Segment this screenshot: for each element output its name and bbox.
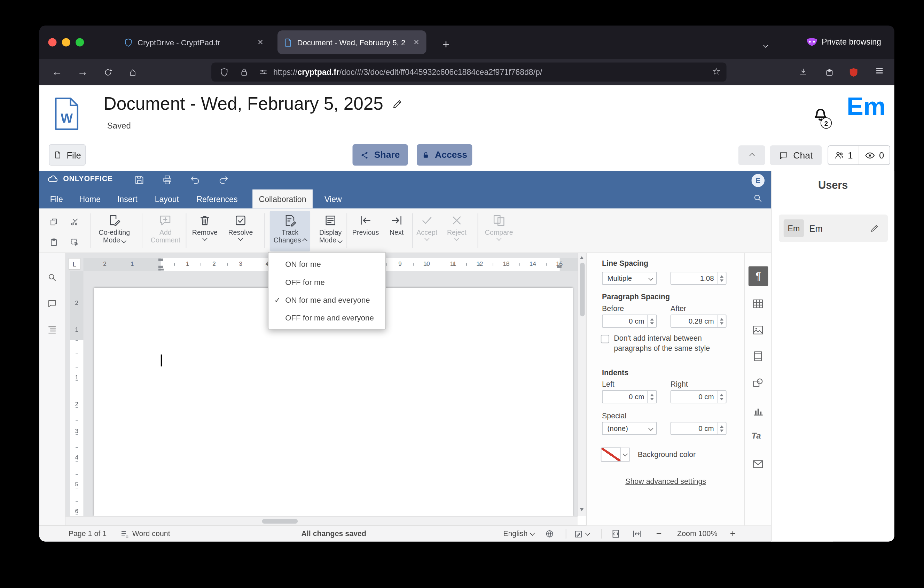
spellcheck-language-button[interactable]	[545, 526, 554, 541]
line-spacing-select[interactable]: Multiple	[602, 272, 657, 285]
zoom-out-button[interactable]: −	[656, 526, 662, 541]
track-menu-item-off-for-me[interactable]: ✓ OFF for me	[269, 273, 385, 291]
add-comment-button[interactable]: Add Comment	[145, 211, 186, 251]
reject-change-button[interactable]: Reject	[443, 211, 470, 251]
track-menu-item-on-for-me[interactable]: ✓ ON for me	[269, 255, 385, 273]
indent-left-spinner[interactable]: 0 cm	[602, 390, 657, 403]
cut-icon[interactable]	[70, 217, 80, 227]
collapse-toolbar-button[interactable]	[738, 145, 765, 165]
home-button[interactable]: ⌂	[124, 63, 142, 81]
accept-change-button[interactable]: Accept	[413, 211, 441, 251]
tab-close-icon[interactable]: ×	[257, 37, 265, 48]
interval-checkbox[interactable]	[601, 335, 609, 343]
tracking-shield-icon[interactable]	[219, 67, 229, 77]
previous-change-button[interactable]: Previous	[350, 211, 381, 251]
advanced-settings-link[interactable]: Show advanced settings	[587, 477, 745, 486]
menu-tab-file[interactable]: File	[48, 190, 66, 209]
edit-name-pencil-icon[interactable]	[870, 223, 879, 233]
select-all-icon[interactable]	[70, 238, 80, 247]
tab-list-chevron-icon[interactable]	[757, 36, 775, 54]
comments-icon[interactable]	[47, 299, 57, 309]
share-button[interactable]: Share	[352, 144, 408, 166]
extensions-button[interactable]	[821, 63, 838, 81]
fit-width-button[interactable]	[632, 526, 643, 541]
special-amount-spinner[interactable]: 0 cm	[670, 422, 727, 435]
menu-tab-home[interactable]: Home	[77, 190, 103, 209]
chart-settings-tab[interactable]	[752, 405, 764, 417]
account-avatar[interactable]: Em	[847, 92, 886, 121]
rename-pencil-icon[interactable]	[392, 98, 403, 109]
back-button[interactable]: ←	[48, 63, 66, 81]
left-margin-marker[interactable]	[158, 269, 163, 270]
left-indent-marker[interactable]	[158, 266, 163, 268]
editor-search-icon[interactable]	[753, 193, 763, 203]
image-settings-tab[interactable]	[752, 324, 764, 336]
fit-page-button[interactable]	[611, 526, 620, 541]
tab-document[interactable]: Document - Wed, February 5, 2 ×	[277, 30, 426, 54]
presence-counts[interactable]: 1 0	[828, 145, 890, 165]
access-button[interactable]: Access	[417, 144, 472, 166]
track-menu-item-on-for-everyone[interactable]: ✓ ON for me and everyone	[269, 291, 385, 309]
zoom-in-button[interactable]: +	[730, 526, 736, 541]
copy-icon[interactable]	[50, 217, 59, 227]
next-change-button[interactable]: Next	[383, 211, 411, 251]
permissions-icon[interactable]	[258, 67, 268, 77]
ublock-button[interactable]	[844, 63, 862, 81]
display-mode-button[interactable]: Display Mode	[312, 211, 349, 251]
indent-right-spinner[interactable]: 0 cm	[670, 390, 727, 403]
horizontal-scroll-thumb[interactable]	[262, 519, 298, 524]
background-color-dropdown[interactable]	[621, 447, 630, 462]
editors-count[interactable]: 1	[828, 146, 859, 164]
compare-button[interactable]: Compare	[482, 211, 516, 251]
remove-comment-button[interactable]: Remove	[188, 211, 221, 251]
text-art-settings-tab[interactable]: Ta	[751, 431, 761, 440]
viewers-count[interactable]: 0	[859, 146, 889, 164]
lock-icon[interactable]	[239, 67, 249, 77]
chat-button[interactable]: Chat	[770, 145, 822, 165]
quick-print-button[interactable]	[162, 175, 173, 185]
horizontal-scrollbar[interactable]	[66, 516, 578, 525]
address-bar[interactable]: https://cryptpad.fr/doc/#/3/doc/edit/ff0…	[211, 63, 726, 82]
file-menu-button[interactable]: File	[49, 144, 86, 166]
spacing-before-spinner[interactable]: 0 cm	[602, 315, 657, 328]
language-selector[interactable]: English	[503, 526, 534, 541]
paste-icon[interactable]	[50, 238, 59, 247]
reload-button[interactable]	[99, 63, 117, 81]
forward-button[interactable]: →	[74, 63, 92, 81]
page-indicator[interactable]: Page 1 of 1	[69, 526, 107, 541]
menu-tab-view[interactable]: View	[322, 190, 344, 209]
menu-tab-references[interactable]: References	[194, 190, 240, 209]
window-close-button[interactable]	[48, 38, 57, 46]
downloads-button[interactable]	[794, 63, 812, 81]
scroll-up-arrow[interactable]	[580, 256, 584, 259]
quick-save-button[interactable]	[134, 175, 145, 185]
scroll-down-arrow[interactable]	[580, 508, 584, 511]
menu-tab-layout[interactable]: Layout	[152, 190, 182, 209]
coediting-mode-button[interactable]: Co-editing Mode	[94, 211, 134, 251]
resolve-comment-button[interactable]: Resolve	[224, 211, 257, 251]
undo-button[interactable]	[190, 175, 201, 185]
track-menu-item-off-for-everyone[interactable]: ✓ OFF for me and everyone	[269, 309, 385, 326]
spacing-after-spinner[interactable]: 0.28 cm	[670, 315, 727, 328]
first-line-indent-marker[interactable]	[158, 258, 163, 261]
table-settings-tab[interactable]	[752, 298, 764, 310]
window-zoom-button[interactable]	[76, 38, 84, 46]
tab-cryptdrive[interactable]: CryptDrive - CryptPad.fr ×	[118, 30, 271, 54]
zoom-level[interactable]: Zoom 100%	[672, 526, 723, 541]
background-color-swatch[interactable]	[601, 447, 621, 462]
word-count-button[interactable]: Word count	[120, 526, 170, 541]
right-indent-marker[interactable]	[557, 266, 561, 268]
editor-user-avatar[interactable]: E	[751, 174, 764, 187]
track-changes-toggle[interactable]	[574, 526, 589, 541]
line-spacing-value-spinner[interactable]: 1.08	[670, 272, 727, 285]
window-minimize-button[interactable]	[62, 38, 70, 46]
special-select[interactable]: (none)	[602, 422, 657, 435]
vertical-scrollbar[interactable]	[578, 253, 586, 516]
vertical-scroll-thumb[interactable]	[580, 263, 585, 316]
new-tab-button[interactable]: +	[437, 35, 455, 53]
paragraph-settings-tab[interactable]: ¶	[749, 266, 768, 286]
app-menu-button[interactable]: ≡	[870, 62, 888, 80]
navigation-icon[interactable]	[47, 325, 57, 335]
shape-settings-tab[interactable]	[752, 377, 764, 389]
redo-button[interactable]	[218, 175, 229, 185]
